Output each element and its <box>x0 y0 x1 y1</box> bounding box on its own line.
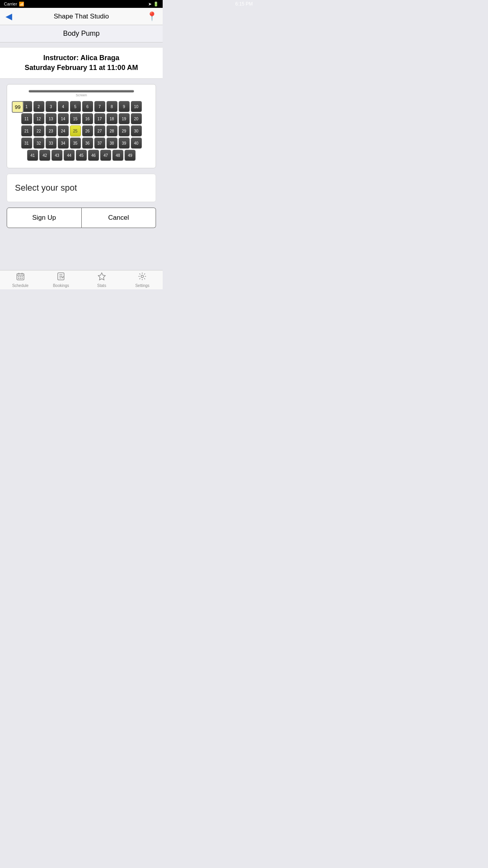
seat-21[interactable]: 21 <box>21 125 32 136</box>
tab-bar: Schedule Bookings Stats Se <box>0 270 163 289</box>
seat-41[interactable]: 41 <box>27 150 38 161</box>
seat-15[interactable]: 15 <box>70 113 81 124</box>
seat-10[interactable]: 10 <box>131 101 142 112</box>
seat-24[interactable]: 24 <box>58 125 69 136</box>
action-buttons: Sign Up Cancel <box>7 208 156 228</box>
seat-40[interactable]: 40 <box>131 138 142 149</box>
tab-settings-label: Settings <box>135 283 149 288</box>
svg-rect-4 <box>18 276 19 277</box>
location-button[interactable]: 📍 <box>147 11 157 22</box>
sub-header: Body Pump <box>0 25 163 42</box>
status-left: Carrier 📶 <box>4 2 24 7</box>
seat-35[interactable]: 35 <box>70 138 81 149</box>
seat-12[interactable]: 12 <box>33 113 44 124</box>
svg-rect-6 <box>22 276 23 277</box>
seat-47[interactable]: 47 <box>100 150 111 161</box>
seat-row: 11121314151617181920 <box>21 113 142 124</box>
nav-bar: ◀ Shape That Studio 📍 <box>0 8 163 25</box>
seat-28[interactable]: 28 <box>106 125 117 136</box>
seat-26[interactable]: 26 <box>82 125 93 136</box>
seat-18[interactable]: 18 <box>106 113 117 124</box>
svg-marker-14 <box>98 273 105 280</box>
spot-text: Select your spot <box>15 183 77 193</box>
seat-8[interactable]: 8 <box>106 101 117 112</box>
seat-29[interactable]: 29 <box>119 125 130 136</box>
instructor-label: Instructor: Alica Braga <box>43 54 119 62</box>
screen-bar <box>29 90 134 92</box>
class-datetime: Saturday February 11 at 11:00 AM <box>25 64 138 72</box>
seat-44[interactable]: 44 <box>64 150 75 161</box>
class-info-card: Instructor: Alica Braga Saturday Februar… <box>0 47 163 79</box>
spot-card: Select your spot <box>7 174 156 202</box>
tab-stats[interactable]: Stats <box>81 272 122 288</box>
tab-settings[interactable]: Settings <box>122 272 163 288</box>
signup-button[interactable]: Sign Up <box>7 208 82 228</box>
avatar-label: 99 <box>15 104 20 110</box>
battery-icon: 🔋 <box>153 2 159 7</box>
seat-37[interactable]: 37 <box>94 138 105 149</box>
status-bar: Carrier 📶 6:15 PM ➤ 🔋 <box>0 0 163 8</box>
seat-4[interactable]: 4 <box>58 101 69 112</box>
screen-bar-wrap: Screen <box>11 90 152 97</box>
svg-rect-9 <box>22 278 23 279</box>
settings-icon <box>138 272 147 283</box>
seat-46[interactable]: 46 <box>88 150 99 161</box>
seat-6[interactable]: 6 <box>82 101 93 112</box>
seat-25[interactable]: 25 <box>70 125 81 136</box>
seat-20[interactable]: 20 <box>131 113 142 124</box>
svg-rect-8 <box>20 278 21 279</box>
seat-row: 414243444546474849 <box>27 150 136 161</box>
seat-38[interactable]: 38 <box>106 138 117 149</box>
seat-5[interactable]: 5 <box>70 101 81 112</box>
wifi-icon: 📶 <box>19 2 24 7</box>
cancel-button[interactable]: Cancel <box>82 208 156 228</box>
seat-33[interactable]: 33 <box>46 138 57 149</box>
seat-45[interactable]: 45 <box>76 150 87 161</box>
seat-27[interactable]: 27 <box>94 125 105 136</box>
seat-row: 12345678910 <box>21 101 142 112</box>
back-button[interactable]: ◀ <box>6 11 12 22</box>
seat-grid: 1234567891011121314151617181920212223242… <box>21 101 142 161</box>
seat-42[interactable]: 42 <box>39 150 50 161</box>
stats-icon <box>97 272 106 283</box>
seat-9[interactable]: 9 <box>119 101 130 112</box>
seat-30[interactable]: 30 <box>131 125 142 136</box>
seat-32[interactable]: 32 <box>33 138 44 149</box>
seat-31[interactable]: 31 <box>21 138 32 149</box>
tab-schedule[interactable]: Schedule <box>0 272 41 288</box>
bookings-icon <box>57 272 65 283</box>
seat-39[interactable]: 39 <box>119 138 130 149</box>
seat-7[interactable]: 7 <box>94 101 105 112</box>
seat-19[interactable]: 19 <box>119 113 130 124</box>
seat-22[interactable]: 22 <box>33 125 44 136</box>
seat-49[interactable]: 49 <box>125 150 136 161</box>
seat-row: 31323334353637383940 <box>21 138 142 149</box>
svg-rect-7 <box>18 278 19 279</box>
seat-map-container: Screen 99 123456789101112131415161718192… <box>7 84 156 168</box>
seat-43[interactable]: 43 <box>51 150 62 161</box>
seat-14[interactable]: 14 <box>58 113 69 124</box>
tab-bookings-label: Bookings <box>53 283 69 288</box>
location-status-icon: ➤ <box>148 2 152 7</box>
seat-11[interactable]: 11 <box>21 113 32 124</box>
seat-34[interactable]: 34 <box>58 138 69 149</box>
seat-36[interactable]: 36 <box>82 138 93 149</box>
seat-23[interactable]: 23 <box>46 125 57 136</box>
carrier-label: Carrier <box>4 2 17 6</box>
seat-13[interactable]: 13 <box>46 113 57 124</box>
svg-rect-5 <box>20 276 21 277</box>
tab-stats-label: Stats <box>97 283 106 288</box>
svg-point-15 <box>141 275 143 278</box>
seat-row: 21222324252627282930 <box>21 125 142 136</box>
main-content: Instructor: Alica Braga Saturday Februar… <box>0 42 163 270</box>
seat-2[interactable]: 2 <box>33 101 44 112</box>
seat-17[interactable]: 17 <box>94 113 105 124</box>
nav-title: Shape That Studio <box>54 13 109 20</box>
class-name: Body Pump <box>63 29 99 38</box>
tab-schedule-label: Schedule <box>12 283 29 288</box>
seat-16[interactable]: 16 <box>82 113 93 124</box>
seat-3[interactable]: 3 <box>46 101 57 112</box>
seat-map-inner: 99 1234567891011121314151617181920212223… <box>11 101 152 161</box>
tab-bookings[interactable]: Bookings <box>41 272 82 288</box>
seat-48[interactable]: 48 <box>112 150 123 161</box>
